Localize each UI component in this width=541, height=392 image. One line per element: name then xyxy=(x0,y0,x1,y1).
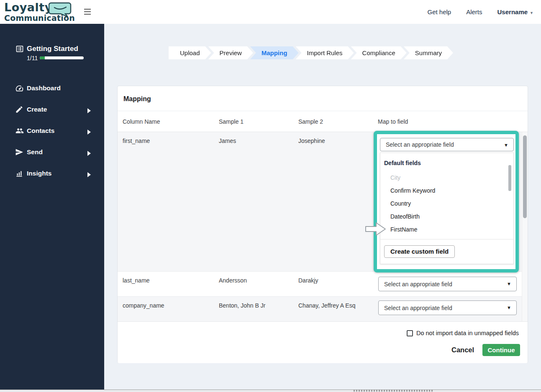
cell-column-name: first_name xyxy=(123,137,150,144)
table-scrollbar-thumb[interactable] xyxy=(523,135,527,218)
getting-started-icon xyxy=(15,45,24,55)
dropdown-panel: Default fields City Confirm Keyword Coun… xyxy=(380,153,514,264)
card-title-row: Mapping xyxy=(118,86,528,111)
create-custom-field-button[interactable]: Create custom field xyxy=(384,245,455,258)
checkbox-label: Do not import data in unmapped fields xyxy=(416,330,519,336)
continue-button[interactable]: Continue xyxy=(482,344,520,356)
username-menu[interactable]: Username▼ xyxy=(497,8,533,15)
dropdown-scrollbar-thumb[interactable] xyxy=(508,165,511,191)
dropdown-caret-icon: ▼ xyxy=(504,143,508,148)
app-logo[interactable]: Loyalty Communication xyxy=(4,1,75,23)
table-row: last_name Andersson Darakjy Select an ap… xyxy=(118,271,528,296)
step-upload[interactable]: Upload xyxy=(169,46,211,59)
sidebar-item-label: Dashboard xyxy=(27,84,61,92)
sidebar-item-send[interactable]: Send xyxy=(0,146,104,159)
card-title: Mapping xyxy=(123,95,151,103)
people-icon xyxy=(15,127,24,137)
sidebar-item-contacts[interactable]: Contacts xyxy=(0,125,104,138)
sidebar: Getting Started 1/11 Dashboard Create xyxy=(0,24,104,390)
sidebar-item-insights[interactable]: Insights xyxy=(0,167,104,181)
dropdown-option-country[interactable]: Country xyxy=(380,197,513,210)
alerts-link[interactable]: Alerts xyxy=(466,8,482,15)
gauge-icon xyxy=(15,84,24,94)
card-footer xyxy=(118,321,528,363)
wizard-stepper: Upload Preview Mapping Import Rules Comp… xyxy=(169,46,453,59)
select-placeholder: Select an appropriate field xyxy=(384,281,452,288)
viewport-bottom-edge xyxy=(0,389,541,392)
chevron-right-icon xyxy=(87,150,91,158)
step-preview[interactable]: Preview xyxy=(208,46,253,59)
column-header-sample2: Sample 2 xyxy=(298,118,323,125)
cell-sample2: Josephine xyxy=(298,137,325,144)
dropdown-option-city: City xyxy=(380,171,513,184)
top-bar: Loyalty Communication Get help Alerts Us… xyxy=(0,0,541,24)
tutorial-arrow-icon xyxy=(365,221,387,239)
pencil-icon xyxy=(15,105,23,115)
sidebar-item-label: Send xyxy=(27,148,43,156)
dropdown-option-list: City Confirm Keyword Country DateofBirth… xyxy=(380,171,513,236)
cell-column-name: last_name xyxy=(123,277,150,284)
chevron-right-icon xyxy=(87,107,91,115)
select-placeholder: Select an appropriate field xyxy=(386,141,454,148)
menu-toggle-icon[interactable] xyxy=(84,9,91,16)
column-header-map-to-field: Map to field xyxy=(378,118,408,125)
cell-sample1: James xyxy=(219,137,236,144)
chevron-right-icon xyxy=(87,171,91,179)
map-to-field-select[interactable]: Select an appropriate field ▼ xyxy=(378,277,517,291)
map-to-field-select[interactable]: Select an appropriate field ▼ xyxy=(378,300,517,315)
column-header-sample1: Sample 1 xyxy=(219,118,244,125)
getting-started-progress-text: 1/11 xyxy=(27,55,38,61)
dropdown-option-firstname[interactable]: FirstName xyxy=(380,223,513,236)
select-placeholder: Select an appropriate field xyxy=(384,305,452,311)
do-not-import-checkbox[interactable] xyxy=(407,330,413,336)
cancel-button[interactable]: Cancel xyxy=(451,346,474,354)
column-header-column-name: Column Name xyxy=(123,118,160,125)
cell-sample2: Chanay, Jeffrey A Esq xyxy=(298,302,355,309)
step-compliance[interactable]: Compliance xyxy=(351,46,407,59)
sidebar-item-label: Insights xyxy=(27,170,51,177)
dropdown-option-confirm-keyword[interactable]: Confirm Keyword xyxy=(380,184,513,197)
progress-fill xyxy=(40,56,45,59)
chevron-down-icon: ▼ xyxy=(530,11,533,15)
cutoff-content-artifact xyxy=(354,390,433,392)
getting-started-progress-bar xyxy=(40,56,84,59)
sidebar-item-label: Create xyxy=(27,106,47,113)
getting-started-label[interactable]: Getting Started xyxy=(27,45,78,53)
cell-sample1: Benton, John B Jr xyxy=(219,302,265,309)
get-help-link[interactable]: Get help xyxy=(427,8,451,15)
map-to-field-select-open[interactable]: Select an appropriate field ▼ xyxy=(380,138,514,151)
step-import-rules[interactable]: Import Rules xyxy=(296,46,354,59)
step-mapping[interactable]: Mapping xyxy=(250,46,299,59)
sidebar-item-label: Contacts xyxy=(27,127,54,135)
table-scrollbar[interactable] xyxy=(522,132,528,321)
speech-bubble-icon xyxy=(49,2,73,19)
cell-sample1: Andersson xyxy=(219,277,247,284)
cell-sample2: Darakjy xyxy=(298,277,318,284)
dropdown-group-label: Default fields xyxy=(384,160,421,166)
chevron-right-icon xyxy=(87,129,91,136)
step-summary[interactable]: Summary xyxy=(404,46,453,59)
sidebar-item-create[interactable]: Create xyxy=(0,103,104,117)
dropdown-option-dateofbirth[interactable]: DateofBirth xyxy=(380,210,513,223)
sidebar-item-dashboard[interactable]: Dashboard xyxy=(0,82,104,95)
bar-chart-icon xyxy=(15,169,23,179)
table-header-row: Column Name Sample 1 Sample 2 Map to fie… xyxy=(118,111,528,132)
dropdown-divider xyxy=(380,239,513,239)
paper-plane-icon xyxy=(15,148,23,158)
dropdown-caret-icon: ▼ xyxy=(507,305,511,310)
dropdown-caret-icon: ▼ xyxy=(507,281,511,286)
tutorial-highlight-box: Select an appropriate field ▼ Default fi… xyxy=(374,131,519,272)
unmapped-checkbox-row: Do not import data in unmapped fields xyxy=(407,330,519,336)
table-row: company_name Benton, John B Jr Chanay, J… xyxy=(118,296,528,321)
top-nav: Get help Alerts Username▼ xyxy=(427,0,533,24)
cell-column-name: company_name xyxy=(123,302,164,309)
